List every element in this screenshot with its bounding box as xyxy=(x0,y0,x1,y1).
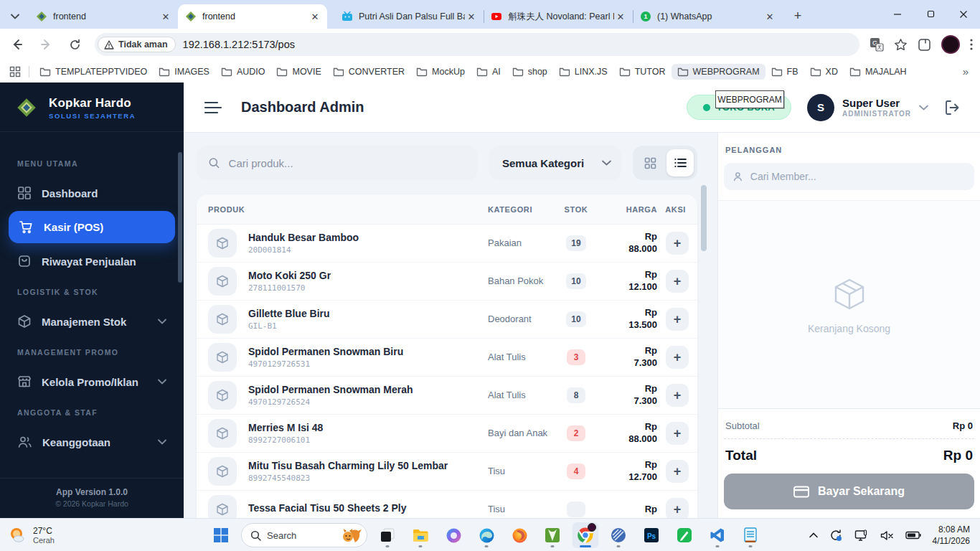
apps-grid-icon[interactable] xyxy=(6,63,24,80)
tab-close-icon[interactable]: ✕ xyxy=(614,10,627,23)
browser-menu-icon[interactable] xyxy=(970,39,973,50)
sidebar-item-kelola-promo[interactable]: Kelola Promo/Iklan xyxy=(0,367,184,397)
sidebar-item-kasir-pos[interactable]: Kasir (POS) xyxy=(9,211,175,243)
tab-youtube[interactable]: 斛珠夫人 Novoland: Pearl Ec ✕ xyxy=(484,4,633,29)
tray-display-pen-icon[interactable] xyxy=(854,529,869,542)
translate-icon[interactable]: G xyxy=(870,37,884,52)
package-icon xyxy=(17,314,32,329)
bookmark-folder-shop[interactable]: shop xyxy=(507,64,553,80)
bookmark-folder-majalah[interactable]: MAJALAH xyxy=(844,64,913,80)
bookmark-star-icon[interactable] xyxy=(894,38,908,52)
taskbar-clock[interactable]: 8:08 AM 4/11/2026 xyxy=(933,524,971,547)
blue-stripes-app-button[interactable] xyxy=(606,522,631,548)
tray-sync-icon[interactable] xyxy=(829,529,843,542)
bookmark-folder-webprogram[interactable]: WEBPROGRAM xyxy=(672,64,765,80)
bookmark-folder-linxjs[interactable]: LINX.JS xyxy=(553,64,613,80)
product-search-input[interactable] xyxy=(229,157,466,169)
table-row[interactable]: Spidol Permanen Snowman Biru497012972653… xyxy=(197,339,697,377)
bookmark-folder-ai[interactable]: AI xyxy=(471,64,507,80)
product-list-scrollbar[interactable] xyxy=(701,185,707,251)
bookmark-folder-images[interactable]: IMAGES xyxy=(153,64,215,80)
tab-close-icon[interactable]: ✕ xyxy=(308,10,321,23)
bookmark-folder-converter[interactable]: CONVERTER xyxy=(327,64,410,80)
table-row[interactable]: Gillette Blue BiruGIL-B1 Deodorant 10 Rp… xyxy=(197,301,697,339)
vscode-icon xyxy=(710,527,725,543)
sidebar-item-riwayat-penjualan[interactable]: Riwayat Penjualan xyxy=(0,246,184,276)
window-close-button[interactable] xyxy=(947,0,980,29)
bookmarks-overflow-button[interactable]: » xyxy=(963,65,969,77)
table-row[interactable]: Tessa Facial Tisu 50 Sheets 2 Ply Tisu R… xyxy=(197,491,697,518)
copilot-button[interactable] xyxy=(440,522,466,548)
tab-search-chevron-icon[interactable] xyxy=(4,6,26,27)
sidebar-item-manajemen-stok[interactable]: Manajemen Stok xyxy=(0,306,184,336)
product-search[interactable] xyxy=(197,146,478,180)
reload-button[interactable] xyxy=(63,33,86,56)
table-row[interactable]: Merries M Isi 488992727006101 Bayi dan A… xyxy=(197,415,697,453)
window-minimize-button[interactable] xyxy=(881,0,914,29)
member-search[interactable] xyxy=(724,163,974,190)
table-row[interactable]: Spidol Permanen Snowman Merah49701297265… xyxy=(197,377,697,415)
table-row[interactable]: Moto Koki 250 Gr278111001570 Bahan Pokok… xyxy=(197,263,697,301)
tab-frontend-2-active[interactable]: frontend ✕ xyxy=(178,4,327,29)
notepad-app-button[interactable] xyxy=(738,522,763,548)
pay-now-button[interactable]: Bayar Sekarang xyxy=(724,474,974,509)
security-warning-chip[interactable]: Tidak aman xyxy=(98,37,176,52)
vscode-button[interactable] xyxy=(705,522,730,548)
table-row[interactable]: Handuk Besar Bamboo20D001814 Pakaian 19 … xyxy=(197,225,697,263)
window-maximize-button[interactable] xyxy=(914,0,947,29)
sidebar-item-keanggotaan[interactable]: Keanggotaan xyxy=(0,427,184,457)
sidebar-item-dashboard[interactable]: Dashboard xyxy=(0,178,184,208)
add-to-cart-button[interactable]: + xyxy=(666,498,689,518)
tab-whatsapp[interactable]: 1 (1) WhatsApp ✕ xyxy=(633,4,782,29)
tab-close-icon[interactable]: ✕ xyxy=(465,10,478,23)
tray-chevron-up-icon[interactable] xyxy=(809,532,818,538)
address-bar[interactable]: Tidak aman 192.168.1.212:5173/pos xyxy=(95,33,859,56)
member-search-input[interactable] xyxy=(750,171,966,182)
back-button[interactable] xyxy=(6,33,29,56)
bookmark-folder-mockup[interactable]: MockUp xyxy=(410,64,471,80)
table-row[interactable]: Mitu Tisu Basah Charming Lily 50 Lembar8… xyxy=(197,453,697,491)
photoshop-button[interactable]: Ps xyxy=(639,522,664,548)
user-menu[interactable]: S Super User ADMINISTRATOR xyxy=(807,94,928,121)
category-filter-select[interactable]: Semua Kategori xyxy=(489,146,621,180)
bookmark-folder-fb[interactable]: FB xyxy=(765,64,804,80)
bookmark-folder-audio[interactable]: AUDIO xyxy=(215,64,271,80)
bookmarks-bar: TEMPLATEPPTVIDEO IMAGES AUDIO MOVIE CONV… xyxy=(0,60,980,83)
bookmark-folder-xd[interactable]: XD xyxy=(804,64,844,80)
extensions-icon[interactable] xyxy=(918,38,931,52)
forward-button[interactable] xyxy=(34,33,57,56)
start-button[interactable] xyxy=(208,522,234,548)
tab-frontend-1[interactable]: frontend ✕ xyxy=(29,4,178,29)
firefox-button[interactable] xyxy=(507,522,532,548)
add-to-cart-button[interactable]: + xyxy=(666,422,689,445)
tray-volume-muted-icon[interactable] xyxy=(880,530,894,541)
chrome-button[interactable] xyxy=(573,522,598,548)
add-to-cart-button[interactable]: + xyxy=(666,384,689,407)
list-view-button[interactable] xyxy=(666,149,694,176)
hamburger-menu-icon[interactable] xyxy=(204,100,222,116)
tab-bilibili[interactable]: Putri Asli Dan Palsu Full Baha ✕ xyxy=(334,4,484,29)
add-to-cart-button[interactable]: + xyxy=(666,460,689,483)
bookmark-folder-templatepptvideo[interactable]: TEMPLATEPPTVIDEO xyxy=(34,64,153,80)
tab-close-icon[interactable]: ✕ xyxy=(763,10,776,23)
green-design-app-button[interactable] xyxy=(540,522,565,548)
sidebar-scrollbar[interactable] xyxy=(178,152,182,283)
new-tab-button[interactable]: + xyxy=(788,6,808,26)
taskbar-weather-widget[interactable]: 27°C Cerah xyxy=(7,525,115,545)
taskbar-search[interactable]: Search xyxy=(241,523,367,547)
profile-avatar[interactable] xyxy=(941,35,960,54)
add-to-cart-button[interactable]: + xyxy=(666,232,689,255)
add-to-cart-button[interactable]: + xyxy=(666,346,689,369)
tab-close-icon[interactable]: ✕ xyxy=(159,10,172,23)
tray-battery-icon[interactable] xyxy=(905,531,921,540)
green-pen-app-button[interactable] xyxy=(672,522,697,548)
logout-icon[interactable] xyxy=(944,100,961,116)
bookmark-folder-movie[interactable]: MOVIE xyxy=(270,64,326,80)
edge-button[interactable] xyxy=(473,522,499,548)
file-explorer-button[interactable] xyxy=(407,522,433,548)
grid-view-button[interactable] xyxy=(636,149,664,176)
task-view-button[interactable] xyxy=(374,522,400,548)
add-to-cart-button[interactable]: + xyxy=(666,308,689,331)
add-to-cart-button[interactable]: + xyxy=(666,270,689,293)
bookmark-folder-tutor[interactable]: TUTOR xyxy=(613,64,672,80)
